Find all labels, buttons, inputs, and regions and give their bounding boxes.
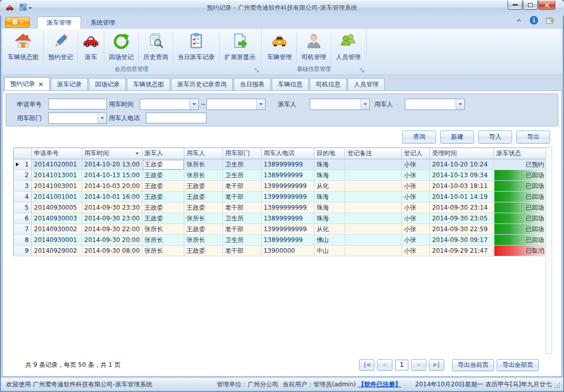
cell-remark[interactable] <box>345 224 402 235</box>
cell-order-no[interactable]: 20140930001 <box>32 235 82 246</box>
chevron-down-icon[interactable] <box>190 99 198 109</box>
cell-destination[interactable]: 珠海 <box>314 213 345 224</box>
cell-accept-time[interactable]: 2014-09-30 22:59 <box>430 224 494 235</box>
export-all-pages-button[interactable]: 导出全部页 <box>497 359 539 371</box>
col-header-registrar[interactable]: 登记人 <box>402 148 430 159</box>
col-header-dept[interactable]: 用车部门 <box>223 148 261 159</box>
cell-dept[interactable]: 老干部 <box>223 192 261 202</box>
ribbon-button[interactable]: 人员管理 <box>331 31 365 63</box>
dispatch-status-cell[interactable]: 已取消 <box>494 246 547 256</box>
prev-page-button[interactable]: < <box>377 359 392 370</box>
cell-phone[interactable]: 13999999999 <box>261 192 314 202</box>
vertical-scrollbar[interactable] <box>546 147 552 354</box>
cell-registrar[interactable]: 小张 <box>402 235 430 246</box>
row-header[interactable]: 2 <box>14 170 32 181</box>
app-menu-button[interactable] <box>5 17 30 28</box>
row-header[interactable]: 4 <box>14 192 32 202</box>
ribbon-button[interactable]: 车辆管理 <box>262 31 296 63</box>
cell-remark[interactable] <box>345 235 402 246</box>
cell-order-no[interactable]: 20141001001 <box>32 192 82 202</box>
cell-use-time[interactable]: 2014-10-01 16:00 <box>82 192 142 202</box>
cell-order-no[interactable]: 20140929002 <box>32 246 82 256</box>
cell-dept[interactable]: 卫生所 <box>223 159 261 170</box>
cell-passenger[interactable]: 王政委 <box>184 181 223 192</box>
cell-passenger[interactable]: 张所长 <box>184 235 223 246</box>
ribbon-button[interactable]: 回场登记 <box>104 31 138 63</box>
col-header-remark[interactable]: 登记备注 <box>345 148 402 159</box>
cell-remark[interactable] <box>345 181 402 192</box>
chevron-down-icon[interactable] <box>98 113 106 123</box>
style-icon[interactable] <box>546 16 555 26</box>
cell-destination[interactable]: 从化 <box>314 224 345 235</box>
registration-link[interactable]: 【软件已注册】 <box>358 380 401 389</box>
cell-passenger[interactable]: 张所长 <box>184 159 223 170</box>
col-header-use-time[interactable]: 用车时间 <box>82 148 142 159</box>
cell-dispatcher[interactable]: 王政委 <box>142 213 184 224</box>
cell-dept[interactable]: 卫生所 <box>223 235 261 246</box>
info-icon[interactable] <box>530 16 538 26</box>
cell-accept-time[interactable]: 2014-09-30 23:14 <box>430 202 494 213</box>
cell-passenger[interactable]: 王政委 <box>184 202 223 213</box>
first-page-button[interactable]: |< <box>359 359 374 370</box>
cell-registrar[interactable]: 小张 <box>402 213 430 224</box>
cell-use-time[interactable]: 2014-10-03 20:00 <box>82 181 142 192</box>
cell-use-time[interactable]: 2014-10-20 13:00 <box>82 159 142 170</box>
cell-phone[interactable]: 13999999999 <box>261 202 314 213</box>
cell-passenger[interactable]: 王政委 <box>184 192 223 202</box>
title-bar[interactable]: 预约记录 - 广州爱奇迪软件科技有限公司-派车管理系统 <box>0 0 564 15</box>
chevron-down-icon[interactable] <box>29 7 32 9</box>
cell-destination[interactable]: 中山 <box>314 246 345 256</box>
export-current-page-button[interactable]: 导出当前页 <box>452 359 494 371</box>
cell-remark[interactable] <box>345 170 402 181</box>
cell-remark[interactable] <box>345 159 402 170</box>
dispatcher-combo[interactable] <box>310 99 370 110</box>
cell-registrar[interactable]: 小张 <box>402 224 430 235</box>
row-header[interactable]: 9 <box>14 246 32 256</box>
dispatch-status-cell[interactable]: 已回场 <box>494 235 547 246</box>
cell-accept-time[interactable]: 2014-09-30 09:17 <box>430 235 494 246</box>
layout-grid-icon[interactable] <box>20 4 27 12</box>
next-page-button[interactable]: > <box>411 359 426 370</box>
row-header[interactable]: 5 <box>14 202 32 213</box>
cell-dispatcher[interactable]: 王政委 <box>142 192 184 202</box>
quick-access-toolbar[interactable] <box>20 4 32 12</box>
dispatch-status-cell[interactable]: 已回场 <box>494 213 547 224</box>
cell-remark[interactable] <box>345 202 402 213</box>
doc-tab-1[interactable]: 派车记录 <box>51 78 88 90</box>
dispatch-status-cell[interactable]: 已回场 <box>494 181 547 192</box>
doc-tab-3[interactable]: 车辆状态图 <box>127 78 170 90</box>
collapse-ribbon-icon[interactable] <box>516 17 522 25</box>
cell-order-no[interactable]: 20141020001 <box>32 159 82 170</box>
cell-dispatcher[interactable]: 张所长 <box>142 235 184 246</box>
chevron-down-icon[interactable] <box>256 99 265 109</box>
cell-dept[interactable]: 卫生所 <box>223 170 261 181</box>
ribbon-tab-0[interactable]: 派车管理 <box>37 16 81 29</box>
chevron-down-icon[interactable] <box>361 99 369 109</box>
cell-use-time[interactable]: 2014-09-30 23:00 <box>82 213 142 224</box>
col-header-order-no[interactable]: 申请单号 <box>32 148 82 159</box>
cell-use-time[interactable]: 2014-09-30 20:00 <box>82 235 142 246</box>
query-button[interactable]: 查询 <box>402 130 436 143</box>
cell-destination[interactable]: 从化 <box>314 181 345 192</box>
doc-tab-6[interactable]: 车辆信息 <box>272 78 309 90</box>
cell-remark[interactable] <box>345 213 402 224</box>
cell-destination[interactable]: 珠海 <box>314 159 345 170</box>
phone-input[interactable] <box>146 113 206 123</box>
cell-passenger[interactable]: 张所长 <box>184 170 223 181</box>
cell-dispatcher[interactable]: 张所长 <box>142 246 184 256</box>
ribbon-button[interactable]: 当日派车记录 <box>173 31 219 63</box>
cell-dept[interactable]: 老干部 <box>223 202 261 213</box>
cell-dept[interactable]: 卫生所 <box>223 213 261 224</box>
cell-dept[interactable]: 老干部 <box>223 181 261 192</box>
row-header[interactable]: 8 <box>14 235 32 246</box>
doc-tab-7[interactable]: 司机信息 <box>310 78 347 90</box>
cell-passenger[interactable]: 王政委 <box>184 224 223 235</box>
cell-accept-time[interactable]: 2014-10-03 18:11 <box>430 181 494 192</box>
time-from-combo[interactable] <box>140 99 199 110</box>
cell-dept[interactable]: 老干部 <box>223 246 261 256</box>
cell-accept-time[interactable]: 2014-10-20 10:24 <box>430 159 494 170</box>
last-page-button[interactable]: >| <box>429 359 444 370</box>
chevron-down-icon[interactable] <box>456 99 464 109</box>
ribbon-tab-1[interactable]: 系统管理 <box>81 16 124 29</box>
dispatch-status-cell[interactable]: 已回场 <box>494 202 547 213</box>
